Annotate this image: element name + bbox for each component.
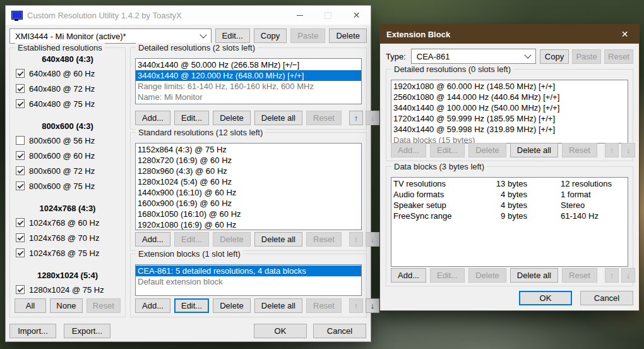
checkbox[interactable] [16, 69, 25, 78]
move-down-button[interactable]: ↓ [366, 298, 379, 313]
data-block-row[interactable]: FreeSync range 9 bytes 61-140 Hz [391, 211, 628, 221]
list-item[interactable]: 1600x900 (16:9) @ 60 Hz [136, 198, 361, 209]
add-standard-button[interactable]: Add... [135, 232, 170, 247]
resolution-checkbox-row[interactable]: 800x600 @ 56 Hz [10, 133, 125, 148]
list-item[interactable]: 1280x1024 (5:4) @ 60 Hz [136, 176, 361, 187]
none-button[interactable]: None [50, 298, 83, 313]
checkbox[interactable] [16, 166, 25, 175]
checkbox[interactable] [16, 151, 25, 160]
resolution-checkbox-row[interactable]: 1280x1024 @ 75 Hz [10, 282, 125, 297]
reset-datablock-button[interactable]: Reset [562, 268, 597, 283]
checkbox[interactable] [16, 233, 25, 242]
reset-detailed-button[interactable]: Reset [306, 111, 342, 125]
list-item[interactable]: 1920x1080 @ 60.000 Hz (148.50 MHz) [+/+] [391, 81, 628, 92]
edit-datablock-button[interactable]: Edit... [430, 268, 465, 283]
ok-button[interactable]: OK [254, 324, 307, 338]
delete-all-extension-button[interactable]: Delete all [254, 298, 302, 313]
resolution-checkbox-row[interactable]: 800x600 @ 60 Hz [10, 148, 125, 163]
checkbox[interactable] [16, 285, 25, 294]
minimize-button[interactable] [285, 6, 314, 25]
cancel-button[interactable]: Cancel [313, 324, 366, 338]
resolution-checkbox-row[interactable]: 640x480 @ 75 Hz [10, 96, 125, 111]
list-item[interactable]: Range limits: 61-140 Hz, 160-160 kHz, 60… [136, 81, 361, 92]
checkbox[interactable] [16, 84, 25, 93]
import-button[interactable]: Import... [9, 324, 56, 338]
delete-all-standard-button[interactable]: Delete all [254, 232, 302, 247]
dialog-ok-button[interactable]: OK [519, 291, 572, 305]
checkbox[interactable] [16, 181, 25, 190]
list-item[interactable]: 1280x960 (4:3) @ 60 Hz [136, 166, 361, 176]
list-item[interactable]: Default extension block [136, 276, 361, 287]
delete-all-datablock-button[interactable]: Delete all [510, 268, 558, 283]
reset-established-button[interactable]: Reset [86, 298, 121, 313]
move-down-button[interactable]: ↓ [621, 143, 635, 157]
delete-all-detailed-button[interactable]: Delete all [510, 143, 558, 157]
resolution-checkbox-row[interactable]: 1024x768 @ 70 Hz [10, 230, 125, 245]
resolution-checkbox-row[interactable]: 1024x768 @ 75 Hz [10, 245, 125, 260]
delete-extension-button[interactable]: Delete [213, 298, 251, 313]
delete-datablock-button[interactable]: Delete [468, 268, 506, 283]
list-item[interactable]: 2560x1080 @ 144.000 Hz (440.64 MHz) [+/+… [391, 92, 628, 102]
move-up-button[interactable]: ↑ [349, 232, 363, 247]
list-item[interactable]: Name: Mi Monitor [136, 92, 361, 102]
move-down-button[interactable]: ↓ [621, 268, 635, 283]
checkbox[interactable] [16, 136, 25, 145]
checkbox[interactable] [16, 218, 25, 227]
checkbox[interactable] [16, 248, 25, 257]
delete-display-button[interactable]: Delete [329, 28, 367, 43]
edit-detailed-button[interactable]: Edit... [430, 143, 465, 157]
close-button[interactable]: ✕ [342, 6, 371, 25]
delete-detailed-button[interactable]: Delete [213, 111, 251, 125]
reset-extension-button[interactable]: Reset [306, 298, 342, 313]
data-block-row[interactable]: TV resolutions 13 bytes 12 resolutions [391, 178, 628, 189]
add-detailed-button[interactable]: Add... [135, 111, 170, 125]
list-item[interactable]: 1440x900 (16:10) @ 60 Hz [136, 187, 361, 198]
move-up-button[interactable]: ↑ [349, 298, 363, 313]
move-down-button[interactable]: ↓ [366, 232, 379, 247]
data-block-row[interactable]: Audio formats 4 bytes 1 format [391, 189, 628, 200]
resolution-checkbox-row[interactable]: 800x600 @ 72 Hz [10, 163, 125, 178]
move-up-button[interactable]: ↑ [349, 111, 363, 125]
list-item[interactable]: 3440x1440 @ 120.000 Hz (648.00 MHz) [+/+… [136, 70, 361, 81]
list-item[interactable]: CEA-861: 5 detailed resolutions, 4 data … [136, 266, 361, 276]
edit-standard-button[interactable]: Edit... [174, 232, 209, 247]
move-up-button[interactable]: ↑ [605, 268, 619, 283]
block-type-dropdown[interactable]: CEA-861 [411, 49, 536, 64]
checkbox[interactable] [16, 99, 25, 108]
dialog-cancel-button[interactable]: Cancel [580, 291, 633, 305]
edit-extension-button[interactable]: Edit... [174, 298, 209, 313]
delete-standard-button[interactable]: Delete [213, 232, 251, 247]
list-item[interactable]: 1720x1440 @ 59.999 Hz (185.95 MHz) [+/+] [391, 113, 628, 124]
list-item[interactable]: 3440x1440 @ 50.000 Hz (266.58 MHz) [+/−] [136, 59, 361, 70]
copy-block-button[interactable]: Copy [540, 49, 569, 64]
display-dropdown[interactable]: XMI3444 - Mi Monitor (active)* [9, 28, 212, 44]
delete-all-detailed-button[interactable]: Delete all [254, 111, 302, 125]
copy-display-button[interactable]: Copy [254, 28, 287, 43]
paste-block-button[interactable]: Paste [572, 49, 601, 64]
list-item[interactable]: 1152x864 (4:3) @ 75 Hz [136, 144, 361, 155]
list-item[interactable]: 1680x1050 (16:10) @ 60 Hz [136, 209, 361, 219]
resolution-checkbox-row[interactable]: 1024x768 @ 60 Hz [10, 215, 125, 230]
paste-display-button[interactable]: Paste [290, 28, 325, 43]
list-item[interactable]: 3440x1440 @ 100.000 Hz (540.00 MHz) [+/+… [391, 102, 628, 113]
dialog-close-button[interactable]: ✕ [611, 25, 639, 44]
edit-detailed-button[interactable]: Edit... [174, 111, 209, 125]
edit-display-button[interactable]: Edit... [215, 28, 250, 43]
list-item[interactable]: 1280x720 (16:9) @ 60 Hz [136, 155, 361, 166]
data-block-row[interactable]: Speaker setup 4 bytes Stereo [391, 200, 628, 211]
reset-detailed-button[interactable]: Reset [562, 143, 597, 157]
resolution-checkbox-row[interactable]: 640x480 @ 60 Hz [10, 66, 125, 81]
resolution-checkbox-row[interactable]: 800x600 @ 75 Hz [10, 178, 125, 193]
move-up-button[interactable]: ↑ [605, 143, 619, 157]
move-down-button[interactable]: ↓ [366, 111, 379, 125]
add-extension-button[interactable]: Add... [135, 298, 170, 313]
list-item[interactable]: 1920x1080 (16:9) @ 60 Hz [136, 219, 361, 230]
reset-standard-button[interactable]: Reset [306, 232, 342, 247]
add-detailed-button[interactable]: Add... [391, 143, 426, 157]
reset-block-button[interactable]: Reset [604, 49, 633, 64]
add-datablock-button[interactable]: Add... [391, 268, 426, 283]
maximize-button[interactable] [314, 6, 342, 25]
list-item[interactable]: 3440x1440 @ 59.998 Hz (319.89 MHz) [+/+] [391, 124, 628, 135]
export-button[interactable]: Export... [64, 324, 110, 338]
list-item[interactable]: Data blocks (15 bytes) [391, 135, 628, 144]
